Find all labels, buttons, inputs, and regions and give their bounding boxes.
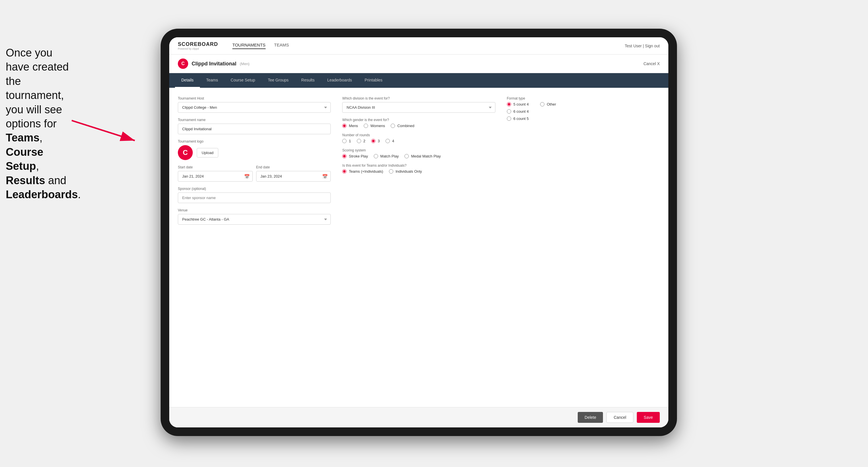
sponsor-label: Sponsor (optional) bbox=[178, 187, 331, 191]
rounds-1-label: 1 bbox=[349, 139, 351, 143]
end-date-input[interactable] bbox=[256, 171, 331, 182]
gender-combined-radio[interactable] bbox=[391, 124, 395, 128]
scoring-stroke-label: Stroke Play bbox=[349, 154, 368, 158]
host-select[interactable]: Clippd College - Men bbox=[178, 102, 331, 113]
format-label: Format type bbox=[507, 96, 660, 100]
rounds-1[interactable]: 1 bbox=[342, 139, 351, 143]
format-6count4-radio[interactable] bbox=[507, 109, 511, 114]
logo-label: Tournament logo bbox=[178, 139, 331, 144]
team-individual-group: Is this event for Teams and/or Individua… bbox=[342, 163, 495, 174]
scoring-group: Scoring system Stroke Play Match Play bbox=[342, 148, 495, 158]
tablet-screen: SCOREBOARD Powered by clippd TOURNAMENTS… bbox=[169, 37, 669, 428]
tab-course-setup[interactable]: Course Setup bbox=[224, 73, 261, 88]
action-bar: Delete Cancel Save bbox=[169, 407, 669, 428]
tab-printables[interactable]: Printables bbox=[358, 73, 389, 88]
venue-label: Venue bbox=[178, 208, 331, 212]
format-5count4[interactable]: 5 count 4 bbox=[507, 102, 529, 106]
main-nav: TOURNAMENTS TEAMS bbox=[232, 42, 289, 49]
format-6count4[interactable]: 6 count 4 bbox=[507, 109, 660, 114]
date-row: Start date 📅 End date 📅 bbox=[178, 165, 331, 182]
gender-combined[interactable]: Combined bbox=[391, 124, 414, 128]
tournament-name-group: Tournament name bbox=[178, 118, 331, 134]
rounds-3-radio[interactable] bbox=[371, 139, 375, 143]
individuals-only-label: Individuals Only bbox=[396, 169, 422, 174]
gender-label: Which gender is the event for? bbox=[342, 118, 495, 122]
format-6count4-label: 6 count 4 bbox=[514, 109, 529, 114]
app-logo: SCOREBOARD Powered by clippd bbox=[178, 41, 218, 50]
rounds-3[interactable]: 3 bbox=[371, 139, 380, 143]
format-6count5-label: 6 count 5 bbox=[514, 117, 529, 121]
tablet-frame: SCOREBOARD Powered by clippd TOURNAMENTS… bbox=[161, 29, 677, 436]
delete-button[interactable]: Delete bbox=[578, 412, 603, 423]
form-column-3: Format type 5 count 4 Other bbox=[507, 96, 660, 401]
individuals-only-radio[interactable] bbox=[389, 169, 393, 174]
format-other-radio[interactable] bbox=[540, 102, 545, 106]
individuals-only[interactable]: Individuals Only bbox=[389, 169, 422, 174]
end-date-calendar-icon: 📅 bbox=[322, 174, 328, 179]
logo-preview: C bbox=[178, 145, 193, 160]
tab-leaderboards[interactable]: Leaderboards bbox=[321, 73, 358, 88]
scoring-stroke[interactable]: Stroke Play bbox=[342, 154, 368, 158]
scoring-stroke-radio[interactable] bbox=[342, 154, 346, 158]
rounds-1-radio[interactable] bbox=[342, 139, 346, 143]
teams-plus-radio[interactable] bbox=[342, 169, 346, 174]
gender-mens-radio[interactable] bbox=[342, 124, 346, 128]
tab-results[interactable]: Results bbox=[295, 73, 321, 88]
format-6count5[interactable]: 6 count 5 bbox=[507, 117, 660, 121]
division-select[interactable]: NCAA Division III bbox=[342, 102, 495, 113]
user-area[interactable]: Test User | Sign out bbox=[625, 43, 660, 48]
rounds-4[interactable]: 4 bbox=[385, 139, 394, 143]
content-area: C Clippd Invitational (Men) Cancel X Det… bbox=[169, 55, 669, 428]
tournament-icon: C bbox=[178, 59, 188, 69]
scoring-medal-match[interactable]: Medal Match Play bbox=[404, 154, 441, 158]
venue-group: Venue Peachtree GC - Atlanta - GA bbox=[178, 208, 331, 225]
rounds-2-radio[interactable] bbox=[357, 139, 361, 143]
tab-details[interactable]: Details bbox=[175, 73, 200, 88]
nav-tournaments[interactable]: TOURNAMENTS bbox=[232, 42, 266, 49]
tournament-tag: (Men) bbox=[240, 62, 250, 66]
gender-mens[interactable]: Mens bbox=[342, 124, 358, 128]
tournament-name: Clippd Invitational bbox=[192, 61, 236, 67]
tournament-name-input[interactable] bbox=[178, 124, 331, 134]
save-button[interactable]: Save bbox=[637, 412, 660, 423]
gender-womens[interactable]: Womens bbox=[364, 124, 385, 128]
cancel-top-button[interactable]: Cancel X bbox=[643, 61, 660, 66]
tab-tee-groups[interactable]: Tee Groups bbox=[261, 73, 295, 88]
rounds-2[interactable]: 2 bbox=[357, 139, 366, 143]
form-column-2: Which division is the event for? NCAA Di… bbox=[342, 96, 495, 401]
sponsor-group: Sponsor (optional) bbox=[178, 187, 331, 203]
format-5count4-radio[interactable] bbox=[507, 102, 511, 106]
tabs-bar: Details Teams Course Setup Tee Groups Re… bbox=[169, 73, 669, 88]
sponsor-input[interactable] bbox=[178, 192, 331, 203]
start-date-group: Start date 📅 bbox=[178, 165, 253, 182]
venue-select[interactable]: Peachtree GC - Atlanta - GA bbox=[178, 214, 331, 225]
scoring-label: Scoring system bbox=[342, 148, 495, 152]
logo-group: Tournament logo C Upload bbox=[178, 139, 331, 160]
scoring-match-radio[interactable] bbox=[374, 154, 378, 158]
end-date-label: End date bbox=[256, 165, 331, 169]
logo-upload-row: C Upload bbox=[178, 145, 331, 160]
upload-button[interactable]: Upload bbox=[197, 148, 218, 157]
rounds-3-label: 3 bbox=[378, 139, 380, 143]
nav-teams[interactable]: TEAMS bbox=[274, 42, 289, 49]
format-other[interactable]: Other bbox=[540, 102, 556, 106]
tournament-header: C Clippd Invitational (Men) Cancel X bbox=[169, 55, 669, 73]
rounds-4-radio[interactable] bbox=[385, 139, 390, 143]
instruction-text: Once you have created the tournament, yo… bbox=[0, 40, 80, 208]
gender-radio-row: Mens Womens Combined bbox=[342, 124, 495, 128]
scoring-match[interactable]: Match Play bbox=[374, 154, 399, 158]
format-group: Format type 5 count 4 Other bbox=[507, 96, 660, 121]
host-label: Tournament Host bbox=[178, 96, 331, 100]
logo-subtitle: Powered by clippd bbox=[178, 47, 218, 50]
teams-plus-individuals[interactable]: Teams (+Individuals) bbox=[342, 169, 383, 174]
cancel-button[interactable]: Cancel bbox=[607, 412, 633, 423]
scoring-medal-match-radio[interactable] bbox=[404, 154, 409, 158]
form-area: Tournament Host Clippd College - Men Tou… bbox=[169, 88, 669, 407]
start-date-input[interactable] bbox=[178, 171, 253, 182]
gender-womens-radio[interactable] bbox=[364, 124, 368, 128]
tab-teams[interactable]: Teams bbox=[200, 73, 224, 88]
logo-title: SCOREBOARD bbox=[178, 41, 218, 47]
format-row-1: 5 count 4 Other bbox=[507, 102, 660, 106]
format-6count5-radio[interactable] bbox=[507, 117, 511, 121]
teams-plus-label: Teams (+Individuals) bbox=[349, 169, 383, 174]
